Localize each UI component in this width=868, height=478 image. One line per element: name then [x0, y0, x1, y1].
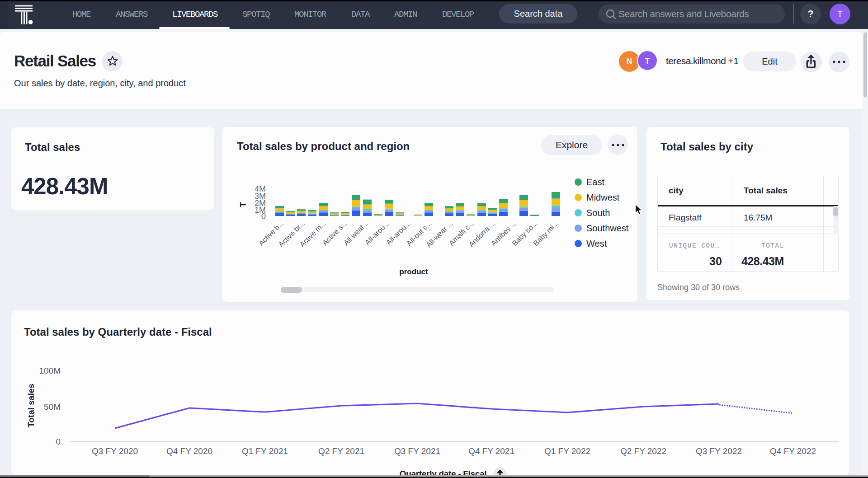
svg-text:East: East — [586, 177, 604, 187]
svg-text:West: West — [586, 239, 607, 248]
svg-text:Q2 FY 2021: Q2 FY 2021 — [318, 446, 364, 456]
svg-text:Q4 FY 2020: Q4 FY 2020 — [166, 446, 212, 456]
svg-text:Q4 FY 2022: Q4 FY 2022 — [770, 446, 816, 456]
svg-text:Southwest: Southwest — [586, 223, 629, 233]
svg-text:Q3 FY 2022: Q3 FY 2022 — [696, 446, 742, 456]
svg-text:Q2 FY 2022: Q2 FY 2022 — [620, 446, 666, 456]
svg-text:0: 0 — [56, 437, 61, 446]
svg-text:T: T — [239, 202, 248, 207]
svg-text:Q3 FY 2020: Q3 FY 2020 — [92, 446, 138, 456]
svg-text:Q1 FY 2022: Q1 FY 2022 — [544, 446, 590, 456]
svg-text:Midwest: Midwest — [586, 192, 620, 202]
svg-text:Total sales: Total sales — [26, 384, 36, 427]
svg-text:0: 0 — [261, 212, 266, 221]
svg-text:Q4 FY 2021: Q4 FY 2021 — [468, 446, 514, 456]
svg-text:50M: 50M — [44, 402, 61, 412]
svg-text:100M: 100M — [39, 366, 61, 375]
svg-text:product: product — [399, 267, 428, 276]
svg-text:Q3 FY 2021: Q3 FY 2021 — [394, 446, 440, 456]
svg-text:South: South — [586, 208, 610, 218]
svg-text:Q1 FY 2021: Q1 FY 2021 — [242, 446, 288, 456]
svg-text:Quarterly date - Fiscal: Quarterly date - Fiscal — [400, 469, 487, 475]
